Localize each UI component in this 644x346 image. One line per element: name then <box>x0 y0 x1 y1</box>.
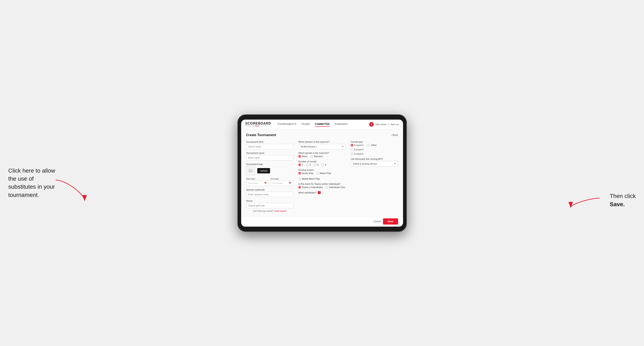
gender-mens-label: Mens <box>302 155 308 158</box>
individuals-only-option[interactable]: Individuals Only <box>326 186 345 189</box>
sponsor-group: Sponsor (optional) <box>246 188 294 197</box>
logo-text: SCOREBOARD <box>245 122 271 125</box>
format-5count4-radio[interactable] <box>350 144 353 147</box>
start-date-group: Start date Pick a date 📅 <box>246 178 269 186</box>
teams-plus-individuals-label: Teams (+Individuals) <box>302 186 323 188</box>
gender-radio-group: Mens Womens <box>298 155 346 158</box>
format-row-1: 5 count 4 Other <box>350 144 398 147</box>
nav-tournaments[interactable]: TOURNAMENTS <box>277 122 296 127</box>
logo-powered-text: Powered by clippd <box>245 125 271 127</box>
upload-button[interactable]: Upload <box>257 168 270 173</box>
medal-match-play-radio[interactable] <box>298 177 301 180</box>
rounds-4-option[interactable]: 4 <box>321 164 326 166</box>
tournament-host-input[interactable] <box>246 144 294 149</box>
format-5count4-option[interactable]: 5 count 4 <box>350 144 364 147</box>
form-col-3: Format type 5 count 4 Other <box>350 141 398 212</box>
rounds-3-option[interactable]: 3 <box>314 164 318 166</box>
format-5count4-label: 5 count 4 <box>354 144 364 146</box>
medal-match-play-option[interactable]: Medal Match Play <box>298 177 320 180</box>
format-other-radio[interactable] <box>368 144 370 147</box>
nav-teams[interactable]: TEAMS <box>302 122 310 127</box>
arrow-right-icon <box>569 194 602 210</box>
tablet-screen: SCOREBOARD Powered by clippd TOURNAMENTS… <box>241 120 403 227</box>
gender-label: Which gender is the event for? <box>298 152 346 154</box>
teams-label: Is this event for Teams and/or Individua… <box>298 183 346 185</box>
page-content: Create Tournament ‹ Back Tournament Host… <box>241 130 403 216</box>
match-play-radio[interactable] <box>316 172 319 175</box>
cancel-button[interactable]: Cancel <box>373 220 381 223</box>
teams-plus-individuals-option[interactable]: Teams (+Individuals) <box>298 186 323 189</box>
tablet-device: SCOREBOARD Powered by clippd TOURNAMENTS… <box>238 114 407 232</box>
division-label: Which division is the event for? <box>298 141 346 143</box>
format-6count4-radio[interactable] <box>350 148 353 151</box>
rounds-4-label: 4 <box>325 164 326 166</box>
gender-group: Which gender is the event for? Mens Wome… <box>298 152 346 158</box>
sponsor-input[interactable] <box>246 192 294 197</box>
logo-upload-area: Upload <box>246 166 294 175</box>
rounds-1-radio[interactable] <box>298 164 301 166</box>
gender-mens-radio[interactable] <box>298 155 301 158</box>
rounds-2-radio[interactable] <box>306 164 309 166</box>
rounds-1-option[interactable]: 1 <box>298 164 303 166</box>
format-6count4-option[interactable]: 6 count 4 <box>350 148 398 151</box>
tournament-name-label: Tournament name <box>246 152 294 154</box>
gender-womens-option[interactable]: Womens <box>310 155 323 158</box>
page-title: Create Tournament <box>246 133 276 137</box>
tournament-host-label: Tournament Host <box>246 141 294 143</box>
gender-womens-radio[interactable] <box>310 155 313 158</box>
username: blair admin <box>375 123 386 126</box>
format-other-label: Other <box>371 144 377 146</box>
logo: SCOREBOARD Powered by clippd <box>245 122 271 127</box>
signout-link[interactable]: Sign out <box>390 123 399 126</box>
tournament-name-input[interactable] <box>246 155 294 161</box>
stroke-play-radio[interactable] <box>298 172 301 175</box>
annotation-right: Then click Save. <box>610 192 636 208</box>
individuals-only-radio[interactable] <box>326 186 328 189</box>
sponsor-label: Sponsor (optional) <box>246 188 294 191</box>
end-date-input[interactable]: Pick a date 📅 <box>270 180 294 186</box>
email-support-link[interactable]: email support <box>274 210 286 212</box>
scoring-api-label: Use third-party live scoring API? <box>350 158 398 160</box>
stroke-play-option[interactable]: Stroke Play <box>298 172 314 175</box>
nav-links: TOURNAMENTS TEAMS COMMITTEE RANKINGS <box>277 122 369 127</box>
rounds-label: Number of rounds <box>298 160 346 163</box>
nav-committee[interactable]: COMMITTEE <box>315 122 330 127</box>
format-options: 5 count 4 Other 6 count 4 <box>350 144 398 155</box>
back-link[interactable]: ‹ Back <box>391 134 398 137</box>
end-date-label: End date <box>270 178 294 180</box>
substitutes-checkbox[interactable]: ✓ <box>318 191 321 194</box>
venue-input[interactable] <box>246 203 294 208</box>
tournament-logo-group: Tournament logo Upload <box>246 163 294 175</box>
rounds-2-label: 2 <box>310 164 311 166</box>
format-6count5-radio[interactable] <box>350 153 353 155</box>
medal-match-play-label: Medal Match Play <box>302 177 320 180</box>
rounds-4-radio[interactable] <box>321 164 324 166</box>
save-button[interactable]: Save <box>383 218 398 224</box>
division-select[interactable]: NCAA Division I <box>298 144 346 149</box>
scoring-service-select[interactable]: Select a scoring service <box>350 161 398 167</box>
nav-rankings[interactable]: RANKINGS <box>335 122 348 127</box>
avatar: B <box>369 122 374 127</box>
page-footer: Cancel Save <box>241 216 403 227</box>
match-play-option[interactable]: Match Play <box>316 172 331 175</box>
start-date-input[interactable]: Pick a date 📅 <box>246 180 269 186</box>
division-group: Which division is the event for? NCAA Di… <box>298 141 346 149</box>
teams-plus-individuals-radio[interactable] <box>298 186 301 189</box>
scoring-api-group: Use third-party live scoring API? Select… <box>350 158 398 167</box>
substitutes-group: Allow substitutes? ✓ <box>298 191 346 194</box>
venue-hint: Can't find your venue? email support <box>246 210 294 212</box>
rounds-2-option[interactable]: 2 <box>306 164 311 166</box>
rounds-3-radio[interactable] <box>314 164 316 166</box>
tournament-name-group: Tournament name <box>246 152 294 161</box>
rounds-radio-group: 1 2 3 <box>298 164 346 166</box>
format-type-label: Format type <box>350 141 398 143</box>
tournament-host-group: Tournament Host <box>246 141 294 149</box>
gender-mens-option[interactable]: Mens <box>298 155 308 158</box>
format-other-option[interactable]: Other <box>368 144 377 147</box>
format-6count5-option[interactable]: 6 count 5 <box>350 153 398 155</box>
venue-label: Venue <box>246 200 294 202</box>
end-date-placeholder: Pick a date <box>272 182 282 184</box>
dates-group: Start date Pick a date 📅 End date <box>246 178 294 186</box>
start-date-label: Start date <box>246 178 269 180</box>
annotation-save-text: Save. <box>610 201 625 207</box>
